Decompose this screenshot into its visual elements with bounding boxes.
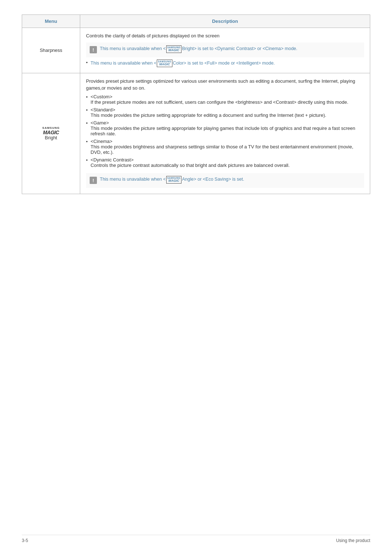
item-game-label: <Game> bbox=[91, 120, 364, 126]
magic-bright-label: SAMSUNG MAGIC bbox=[28, 126, 74, 135]
table-header-row: Menu Description bbox=[22, 15, 370, 28]
page-footer: 3-5 Using the product bbox=[22, 535, 370, 543]
item-dynamic-contrast-detail: Controls the picture contrast automatica… bbox=[91, 163, 290, 168]
item-cinema-label: <Cinema> bbox=[91, 139, 364, 144]
bullet-dot-2: • bbox=[86, 60, 88, 65]
item-game-detail: This mode provides the picture setting a… bbox=[91, 126, 364, 136]
bright-text: Bright bbox=[45, 135, 57, 140]
magic-badge-note1: SAMSUNGMAGIC bbox=[166, 45, 182, 53]
desc-cell-sharpness: Controls the clarity of details of pictu… bbox=[80, 28, 370, 73]
item-custom-detail: If the preset picture modes are not suff… bbox=[91, 99, 348, 105]
item-standard-detail: This mode provides the picture setting a… bbox=[91, 112, 326, 118]
sharpness-note-2-text: This menu is unavailable when <SAMSUNGMA… bbox=[91, 59, 275, 67]
item-custom-label: <Custom> bbox=[91, 94, 348, 99]
magic-bright-note: ! This menu is unavailable when <SAMSUNG… bbox=[86, 173, 364, 188]
page-wrapper: Menu Description Sharpness Controls the … bbox=[0, 0, 392, 216]
sharpness-note-1: ! This menu is unavailable when <SAMSUNG… bbox=[86, 42, 364, 57]
magic-bright-intro: Provides preset picture settings optimiz… bbox=[86, 78, 364, 92]
item-standard: • <Standard> This mode provides the pict… bbox=[86, 107, 364, 118]
warning-icon-wrap-bright: ! bbox=[90, 177, 97, 185]
magic-badge-bright-note: SAMSUNGMAGIC bbox=[166, 176, 182, 184]
footer-page-number: 3-5 bbox=[22, 538, 28, 543]
warning-icon-wrap-1: ! bbox=[90, 46, 97, 54]
magic-bright-note-text: This menu is unavailable when <SAMSUNGMA… bbox=[100, 176, 244, 184]
header-menu: Menu bbox=[22, 15, 80, 28]
menu-cell-magic-bright: SAMSUNG MAGIC Bright bbox=[22, 73, 80, 194]
sharpness-intro: Controls the clarity of details of pictu… bbox=[86, 32, 364, 40]
item-cinema: • <Cinema> This mode provides brightness… bbox=[86, 139, 364, 155]
item-custom: • <Custom> If the preset picture modes a… bbox=[86, 94, 364, 105]
note1-text-before: This menu is unavailable when < bbox=[100, 46, 166, 51]
warning-icon-bright: ! bbox=[90, 177, 97, 184]
sharpness-note-2: • This menu is unavailable when <SAMSUNG… bbox=[86, 59, 364, 67]
note1-badge-word: Bright bbox=[182, 46, 194, 51]
svg-text:!: ! bbox=[93, 47, 94, 53]
item-dynamic-contrast-label: <Dynamic Contrast> bbox=[91, 157, 290, 163]
table-row-magic-bright: SAMSUNG MAGIC Bright Provides preset pic… bbox=[22, 73, 370, 194]
magic-text: MAGIC bbox=[43, 130, 59, 135]
sharpness-label: Sharpness bbox=[40, 48, 62, 53]
desc-cell-magic-bright: Provides preset picture settings optimiz… bbox=[80, 73, 370, 194]
item-cinema-detail: This mode provides brightness and sharpn… bbox=[91, 144, 364, 155]
warning-icon-1: ! bbox=[90, 46, 97, 53]
item-game: • <Game> This mode provides the picture … bbox=[86, 120, 364, 136]
item-dynamic-contrast: • <Dynamic Contrast> Controls the pictur… bbox=[86, 157, 364, 168]
magic-badge-note2: SAMSUNGMAGIC bbox=[157, 59, 172, 67]
item-standard-label: <Standard> bbox=[91, 107, 326, 112]
main-table: Menu Description Sharpness Controls the … bbox=[22, 15, 370, 194]
menu-cell-sharpness: Sharpness bbox=[22, 28, 80, 73]
sharpness-note-1-text: This menu is unavailable when <SAMSUNGMA… bbox=[100, 45, 297, 53]
footer-section-title: Using the product bbox=[336, 538, 370, 543]
table-row-sharpness: Sharpness Controls the clarity of detail… bbox=[22, 28, 370, 73]
svg-text:!: ! bbox=[93, 178, 94, 183]
header-description: Description bbox=[80, 15, 370, 28]
